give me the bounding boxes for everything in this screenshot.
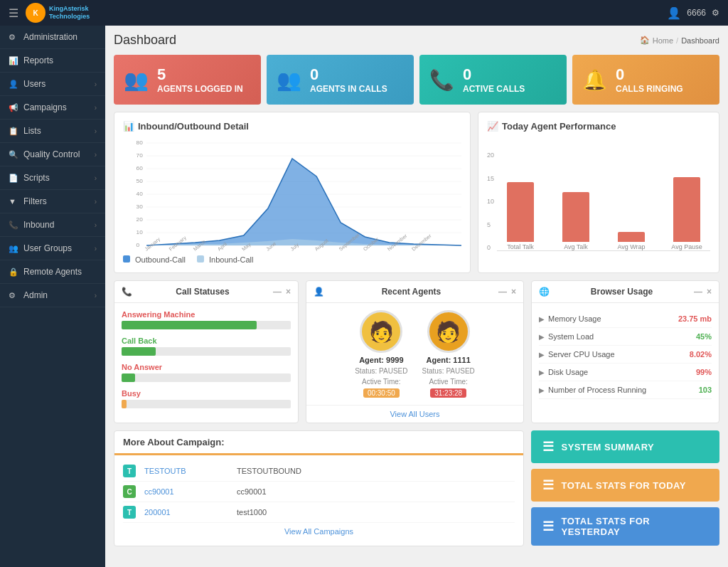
active-calls-num: 0 <box>463 65 557 84</box>
sidebar-item-users[interactable]: 👤 Users › <box>0 73 105 96</box>
logo-icon: K <box>26 3 46 23</box>
total-stats-yesterday-button[interactable]: ☰ TOTAL STATS FOR YESTERDAY <box>531 507 719 546</box>
browser-usage-panel: 🌐 Browser Usage — × ▶ Memory Usage 23.75… <box>531 280 719 423</box>
stat-card-active-calls[interactable]: 📞 0 Active Calls <box>419 55 567 105</box>
campaign-name-cc90001: cc90001 <box>237 487 515 496</box>
status-answering-machine: Answering Machine <box>122 310 291 329</box>
memory-label: Memory Usage <box>548 314 601 323</box>
sidebar-label-usergroups: User Groups <box>23 243 72 253</box>
campaigns-arrow: › <box>95 104 97 112</box>
disk-value: 99% <box>696 368 712 376</box>
stat-card-agents-logged-in[interactable]: 👥 5 Agents Logged In <box>114 55 261 105</box>
breadcrumb-home[interactable]: Home <box>653 36 673 45</box>
memory-arrow: ▶ <box>539 315 545 323</box>
memory-usage: ▶ Memory Usage 23.75 mb <box>539 310 712 328</box>
campaign-header: More About Campaign: <box>114 431 523 455</box>
call-statuses-title-icon: 📞 <box>122 287 132 297</box>
memory-value: 23.75 mb <box>678 314 712 323</box>
calls-ringing-label: Calls Ringing <box>616 84 710 94</box>
menu-toggle[interactable]: ☰ <box>9 6 18 20</box>
settings-icon[interactable]: ⚙ <box>712 8 719 18</box>
system-label: System Load <box>548 332 594 341</box>
stat-card-calls-ringing[interactable]: 🔔 0 Calls Ringing <box>572 55 719 105</box>
system-summary-button[interactable]: ☰ SYSTEM SUMMARY <box>531 430 719 463</box>
stat-card-agents-in-calls[interactable]: 👥 0 Agents In Calls <box>267 55 414 105</box>
breadcrumb: 🏠 Home / Dashboard <box>640 36 719 45</box>
sidebar-item-inbound[interactable]: 📞 Inbound › <box>0 213 105 237</box>
campaign-row-cc90001: C cc90001 cc90001 <box>123 482 515 502</box>
call-statuses-controls[interactable]: — × <box>273 287 291 297</box>
status-busy: Busy <box>122 389 291 408</box>
sidebar-item-scripts[interactable]: 📄 Scripts › <box>0 166 105 190</box>
sidebar-item-reports[interactable]: 📊 Reports <box>0 49 105 73</box>
close-icon[interactable]: × <box>286 287 291 297</box>
recent-agents-panel: 👤 Recent Agents — × 🧑 Agent: 9999 Status… <box>306 280 524 423</box>
sidebar-item-administration[interactable]: ⚙ Administration <box>0 26 105 49</box>
sidebar-label-lists: Lists <box>23 126 41 136</box>
browser-close-icon[interactable]: × <box>707 287 712 297</box>
active-calls-label: Active Calls <box>463 84 557 94</box>
users-arrow: › <box>95 80 97 88</box>
filters-icon: ▼ <box>9 197 18 206</box>
svg-text:10: 10 <box>136 229 144 235</box>
process-value: 103 <box>699 386 712 394</box>
sidebar-item-filters[interactable]: ▼ Filters › <box>0 190 105 213</box>
sidebar-item-campaigns[interactable]: 📢 Campaigns › <box>0 96 105 120</box>
bar-label-total-talk: Total Talk <box>507 243 533 250</box>
svg-text:40: 40 <box>136 191 144 197</box>
call-statuses-title: Call Statuses <box>176 287 229 297</box>
view-all-users[interactable]: View All Users <box>306 405 523 423</box>
campaigns-icon: 📢 <box>9 103 18 112</box>
status-call-back: Call Back <box>122 337 291 356</box>
sidebar-item-quality-control[interactable]: 🔍 Quality Control › <box>0 143 105 166</box>
server-cpu: ▶ Server CPU Usage 8.02% <box>539 346 712 364</box>
users-icon: 👤 <box>9 80 18 89</box>
sidebar-item-user-groups[interactable]: 👥 User Groups › <box>0 237 105 260</box>
bar-label-avg-wrap: Avg Wrap <box>617 243 645 250</box>
agents-title-icon: 👤 <box>314 287 324 297</box>
status-label-callback: Call Back <box>122 337 291 345</box>
usergroups-icon: 👥 <box>9 244 18 253</box>
total-stats-today-label: TOTAL STATS FOR TODAY <box>562 480 686 491</box>
campaign-badge-t1: T <box>123 465 136 477</box>
agents-logged-label: Agents Logged In <box>157 84 251 94</box>
inbound-chart-title: 📊 Inbound/Outbound Detail <box>123 121 461 132</box>
campaign-link-cc90001[interactable]: cc90001 <box>144 487 230 496</box>
agent-9999-status: Status: PAUSED <box>355 367 407 375</box>
topbar: ☰ K KingAsteriskTechnologies 👤 6666 ⚙ <box>0 0 728 26</box>
sidebar-label-campaigns: Campaigns <box>23 102 67 112</box>
disk-label: Disk Usage <box>548 368 588 376</box>
calls-ringing-num: 0 <box>616 65 710 84</box>
campaign-link-testoutb[interactable]: TESTOUTB <box>144 467 230 475</box>
campaign-link-200001[interactable]: 200001 <box>144 508 230 516</box>
total-stats-today-button[interactable]: ☰ TOTAL STATS FOR TODAY <box>531 469 719 502</box>
system-arrow: ▶ <box>539 333 545 341</box>
browser-usage-title: Browser Usage <box>591 287 653 297</box>
sidebar-item-lists[interactable]: 📋 Lists › <box>0 120 105 143</box>
bar-chart-container: 20 15 10 5 0 Total Talk Avg Talk <box>487 137 710 251</box>
sidebar-item-admin[interactable]: ⚙ Admin › <box>0 284 105 307</box>
cpu-value: 8.02% <box>690 350 712 359</box>
lists-arrow: › <box>95 127 97 135</box>
stats-yesterday-icon: ☰ <box>542 519 555 534</box>
minimize-icon[interactable]: — <box>273 287 282 297</box>
campaign-badge-t2: T <box>123 506 136 519</box>
svg-text:70: 70 <box>136 152 144 159</box>
sidebar-item-remote-agents[interactable]: 🔒 Remote Agents <box>0 260 105 284</box>
main-content: Dashboard 🏠 Home / Dashboard 👥 5 Agents … <box>105 26 728 567</box>
agents-minimize-icon[interactable]: — <box>498 287 507 297</box>
inbound-arrow: › <box>95 221 97 229</box>
svg-text:January: January <box>144 236 161 251</box>
browser-controls[interactable]: — × <box>694 287 712 297</box>
agents-close-icon[interactable]: × <box>511 287 516 297</box>
browser-minimize-icon[interactable]: — <box>694 287 702 297</box>
app-body: ⚙ Administration 📊 Reports 👤 Users › 📢 C… <box>0 26 728 567</box>
lists-icon: 📋 <box>9 127 18 136</box>
agents-controls[interactable]: — × <box>498 287 516 297</box>
remote-icon: 🔒 <box>9 267 18 277</box>
view-all-campaigns[interactable]: View All Campaigns <box>123 523 515 540</box>
campaign-body: T TESTOUTB TESTOUTBOUND C cc90001 cc9000… <box>114 455 523 546</box>
cpu-arrow: ▶ <box>539 351 545 359</box>
home-icon: 🏠 <box>640 36 650 45</box>
charts-row: 📊 Inbound/Outbound Detail 80 70 60 50 40… <box>114 112 719 273</box>
